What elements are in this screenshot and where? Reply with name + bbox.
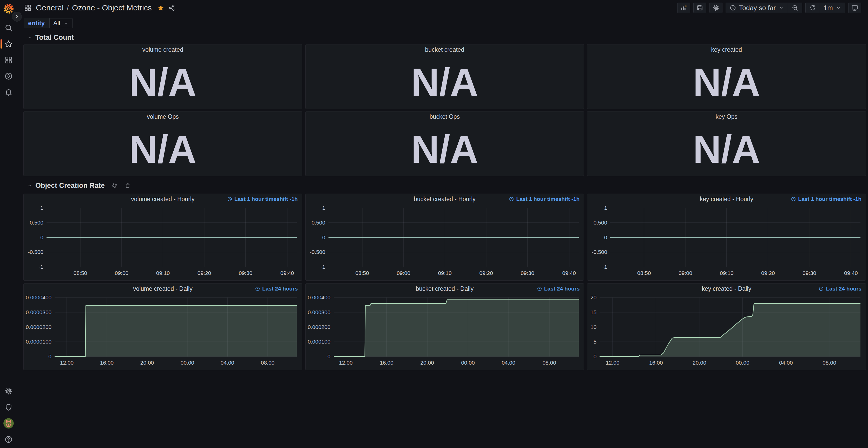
save-dashboard-button[interactable]: [693, 3, 706, 13]
chart-svg: [589, 294, 864, 369]
chart-plot-area[interactable]: 10.5000-0.500-108:5009:0009:1009:2009:30…: [308, 204, 582, 279]
panel-header[interactable]: volume Ops: [24, 111, 302, 122]
panel-title[interactable]: bucket Ops: [430, 113, 460, 120]
chart-plot-area[interactable]: 0.00004000.00003000.00002000.0000100012:…: [26, 294, 300, 369]
breadcrumb-separator: /: [67, 3, 69, 12]
panel-header[interactable]: key created - Daily Last 24 hours: [587, 284, 866, 294]
x-axis-tick-label: 00:00: [172, 360, 203, 366]
panel-header[interactable]: bucket Ops: [306, 111, 584, 122]
y-axis-tick-label: 1: [589, 204, 607, 211]
row-settings-icon[interactable]: [112, 183, 118, 189]
stat-value: N/A: [587, 122, 866, 177]
panel-header[interactable]: volume created: [24, 44, 302, 55]
panel-volume-created: volume created N/A: [23, 44, 302, 109]
sidebar-item-starred[interactable]: [0, 36, 17, 52]
refresh-interval-label: 1m: [824, 4, 833, 12]
y-axis-tick-label: 0: [308, 234, 326, 241]
row-actions: [112, 183, 131, 189]
apps-grid-icon[interactable]: [24, 4, 32, 12]
y-axis-tick-label: -0.500: [589, 249, 607, 255]
panel-title[interactable]: volume created - Hourly: [131, 196, 194, 203]
panel-header[interactable]: key Ops: [587, 111, 866, 122]
x-axis-tick-label: 09:00: [106, 270, 137, 276]
panel-header[interactable]: key created: [587, 44, 866, 55]
grafana-logo-button[interactable]: [3, 0, 14, 16]
chart-plot-area[interactable]: 10.5000-0.500-108:5009:0009:1009:2009:30…: [26, 204, 300, 279]
sidebar-item-dashboards[interactable]: [0, 52, 17, 68]
panel-title[interactable]: key created - Daily: [702, 285, 751, 292]
x-axis-tick-label: 09:20: [189, 270, 220, 276]
monitor-icon: [851, 4, 858, 11]
panel-title[interactable]: key created: [711, 46, 742, 53]
row-delete-icon[interactable]: [124, 183, 131, 189]
stat-panels-grid: volume created N/A bucket created N/A ke…: [23, 44, 866, 176]
cycle-view-mode-button[interactable]: [848, 3, 861, 13]
panel-title[interactable]: bucket created - Hourly: [414, 196, 475, 203]
x-axis-tick-label: 09:30: [794, 270, 825, 276]
chart-plot-area[interactable]: 0.0004000.0003000.0002000.000100012:0016…: [308, 294, 582, 369]
avatar: [3, 418, 14, 428]
zoom-out-button[interactable]: [788, 3, 802, 13]
panel-header[interactable]: volume created - Daily Last 24 hours: [24, 284, 302, 294]
panel-volume-created-hourly: volume created - Hourly Last 1 hour time…: [23, 194, 302, 281]
variable-value-picker[interactable]: All: [50, 18, 72, 28]
panel-title[interactable]: bucket created: [425, 46, 464, 53]
breadcrumb: General / Ozone - Object Metrics: [36, 3, 152, 12]
x-axis-tick-label: 12:00: [597, 360, 628, 366]
sidebar-item-explore[interactable]: [0, 68, 17, 84]
panel-header[interactable]: bucket created: [306, 44, 584, 55]
alerting-icon: [4, 88, 13, 96]
dashboard-settings-button[interactable]: [710, 3, 722, 13]
time-range-badge-label: Last 24 hours: [262, 286, 298, 292]
sidebar-nav: [0, 20, 17, 100]
chart-plot-area[interactable]: 2015105012:0016:0020:0000:0004:0008:00: [589, 294, 864, 369]
breadcrumb-dashboard-title[interactable]: Ozone - Object Metrics: [72, 3, 152, 12]
chevron-down-icon: [836, 5, 841, 11]
sidebar-item-alerting[interactable]: [0, 84, 17, 100]
y-axis-tick-label: -0.500: [308, 249, 326, 255]
panel-title[interactable]: key created - Hourly: [700, 196, 753, 203]
y-axis-tick-label: 0.000300: [308, 309, 331, 316]
panel-key-created: key created N/A: [587, 44, 866, 109]
panel-title[interactable]: key Ops: [715, 113, 737, 120]
breadcrumb-folder[interactable]: General: [36, 3, 64, 12]
sidebar-item-search[interactable]: [0, 20, 17, 36]
x-axis-tick-label: 04:00: [770, 360, 802, 366]
panel-bucket-created: bucket created N/A: [305, 44, 584, 109]
time-range-picker[interactable]: Today so far: [726, 3, 788, 13]
panel-title[interactable]: volume Ops: [147, 113, 179, 120]
row-header-total-count[interactable]: Total Count: [27, 33, 866, 42]
panel-header[interactable]: bucket created - Hourly Last 1 hour time…: [306, 194, 584, 204]
row-header-object-creation-rate[interactable]: Object Creation Rate: [27, 181, 866, 190]
variable-selected-value: All: [53, 20, 60, 27]
sidebar-item-configuration[interactable]: [0, 383, 17, 399]
sidebar-item-help[interactable]: [0, 431, 17, 447]
clock-icon: [255, 286, 260, 291]
add-panel-button[interactable]: [677, 3, 690, 13]
panel-title[interactable]: bucket created - Daily: [416, 285, 473, 292]
panel-bucket-created-daily: bucket created - Daily Last 24 hours 0.0…: [305, 283, 584, 370]
y-axis-tick-label: 0.500: [308, 219, 326, 226]
sidebar-item-profile[interactable]: [0, 415, 17, 431]
panel-header[interactable]: volume created - Hourly Last 1 hour time…: [24, 194, 302, 204]
refresh-icon: [809, 4, 816, 11]
panel-header[interactable]: key created - Hourly Last 1 hour timeshi…: [587, 194, 866, 204]
panel-key-ops: key Ops N/A: [587, 111, 866, 176]
y-axis-tick-label: 15: [589, 309, 596, 316]
variable-label[interactable]: entity: [24, 18, 49, 28]
sidebar-item-server-admin[interactable]: [0, 399, 17, 415]
star-filled-icon[interactable]: [157, 4, 164, 11]
x-axis-tick-label: 09:40: [835, 270, 866, 276]
chevron-down-icon: [27, 35, 32, 40]
refresh-interval-picker[interactable]: 1m: [820, 3, 845, 13]
y-axis-tick-label: 0.0000200: [26, 324, 52, 330]
timeshift-badge-label: Last 1 hour timeshift -1h: [798, 196, 862, 202]
chart-plot-area[interactable]: 10.5000-0.500-108:5009:0009:1009:2009:30…: [589, 204, 864, 279]
x-axis-tick-label: 08:50: [628, 270, 659, 276]
share-icon[interactable]: [168, 4, 175, 11]
refresh-button[interactable]: [806, 3, 820, 13]
expand-sidebar-button[interactable]: [12, 12, 22, 22]
panel-title[interactable]: volume created - Daily: [133, 285, 193, 292]
panel-header[interactable]: bucket created - Daily Last 24 hours: [306, 284, 584, 294]
panel-title[interactable]: volume created: [143, 46, 183, 53]
